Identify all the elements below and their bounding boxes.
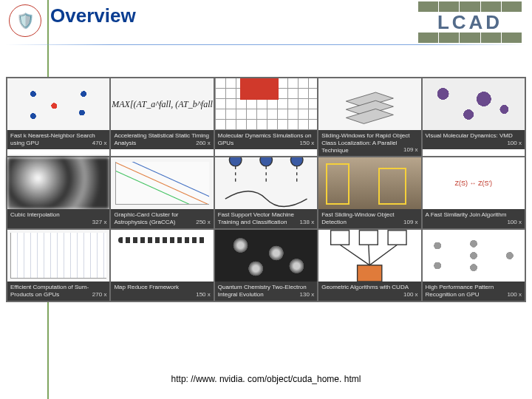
card-caption: Fast Support Vector Machine Training and… <box>215 209 317 228</box>
card-caption: Visual Molecular Dynamics: VMD100 x <box>423 130 525 149</box>
card: Graphic-Card Cluster for Astrophysics (G… <box>110 157 214 229</box>
card-title: Efficient Computation of Sum-Products on… <box>10 284 89 298</box>
card: Fast k Nearest-Neighbor Search using GPU… <box>7 78 110 157</box>
svg-point-3 <box>229 157 242 166</box>
card-caption: Fast k Nearest-Neighbor Search using GPU… <box>7 130 109 149</box>
svg-point-5 <box>290 157 303 166</box>
card: Quantum Chemistry Two-Electron Integral … <box>214 229 318 301</box>
card-grid: Fast k Nearest-Neighbor Search using GPU… <box>6 77 526 302</box>
thumb-waveform-icon <box>10 233 106 279</box>
card-title: Cubic Interpolation <box>10 211 60 218</box>
card: Z(S) ↔ Z(S′) A Fast Similarity Join Algo… <box>422 157 525 229</box>
card-caption: Quantum Chemistry Two-Electron Integral … <box>215 282 317 301</box>
card-title: Fast Sliding-Window Object Detection <box>321 211 394 225</box>
thumb-mapreduce-icon <box>111 230 213 282</box>
card: Cubic Interpolation327 x <box>7 157 110 229</box>
lab-logo-text: LCAD <box>418 13 522 32</box>
card-title: Geometric Algorithms with CUDA <box>321 284 409 290</box>
svg-rect-9 <box>358 265 382 281</box>
card-caption: Molecular Dynamics Simulations on GPUs15… <box>215 130 317 149</box>
card-caption: Efficient Computation of Sum-Products on… <box>7 282 109 301</box>
card: Molecular Dynamics Simulations on GPUs15… <box>214 78 318 157</box>
thumb-planes-icon <box>318 78 420 130</box>
header-rule <box>6 44 526 45</box>
footer-url: http: //www. nvidia. com/object/cuda_hom… <box>0 374 532 384</box>
card-caption: Cubic Interpolation327 x <box>7 209 109 228</box>
svg-rect-6 <box>331 230 349 244</box>
speedup-badge: 109 x <box>403 146 418 154</box>
speedup-badge: 270 x <box>92 291 107 299</box>
card: Visual Molecular Dynamics: VMD100 x <box>422 78 525 157</box>
thumb-spheres-icon <box>215 230 317 282</box>
speedup-badge: 100 x <box>507 291 522 299</box>
card-caption: A Fast Similarity Join Algorithm100 x <box>423 209 525 228</box>
card: Sliding-Windows for Rapid Object Class L… <box>318 78 421 157</box>
card-caption: Map Reduce Framework150 x <box>111 282 213 301</box>
card-caption: Sliding-Windows for Rapid Object Class L… <box>318 130 420 156</box>
crest-icon: 🛡️ <box>9 4 41 37</box>
card-title: High Performance Pattern Recognition on … <box>426 284 494 298</box>
card: Fast Support Vector Machine Training and… <box>214 157 318 229</box>
thumb-neuralnet-icon <box>423 230 525 282</box>
speedup-badge: 150 x <box>196 291 211 299</box>
speedup-badge: 109 x <box>403 219 418 226</box>
card-title: Quantum Chemistry Two-Electron Integral … <box>218 284 307 298</box>
card-title: Fast Support Vector Machine Training and… <box>218 211 294 225</box>
card-caption: High Performance Pattern Recognition on … <box>423 282 525 301</box>
card-caption: Accelerating Statistical Static Timing A… <box>111 130 213 149</box>
lab-logo: LCAD <box>418 1 522 43</box>
speedup-badge: 100 x <box>507 219 522 226</box>
thumb-lineplot-icon <box>115 162 208 205</box>
card: Map Reduce Framework150 x <box>110 229 214 301</box>
card: MAX[(AT_a^fall, (AT_b^fall Accelerating … <box>110 78 214 157</box>
card-title: Accelerating Statistical Static Timing A… <box>114 132 209 146</box>
speedup-badge: 327 x <box>92 219 107 226</box>
card-title: Molecular Dynamics Simulations on GPUs <box>218 132 312 146</box>
svg-point-4 <box>260 157 273 166</box>
speedup-badge: 138 x <box>300 219 315 226</box>
card-caption: Geometric Algorithms with CUDA100 x <box>318 282 420 301</box>
speedup-badge: 130 x <box>300 291 315 299</box>
thumb-geometry-icon <box>318 230 420 282</box>
thumb-svm-icon <box>215 157 317 209</box>
card: High Performance Pattern Recognition on … <box>422 229 525 301</box>
thumb-formula-icon: MAX[(AT_a^fall, (AT_b^fall <box>111 78 213 130</box>
logo-strip-top <box>418 1 522 12</box>
thumb-detection-icon <box>318 157 420 209</box>
card-title: Map Reduce Framework <box>114 284 179 290</box>
speedup-badge: 150 x <box>300 140 315 147</box>
speedup-badge: 250 x <box>196 219 211 226</box>
svg-rect-7 <box>360 230 378 244</box>
thumb-join-icon: Z(S) ↔ Z(S′) <box>423 157 525 209</box>
slide-header: 🛡️ Overview LCAD <box>0 0 532 41</box>
card-caption: Graphic-Card Cluster for Astrophysics (G… <box>111 209 213 228</box>
card-title: Graphic-Card Cluster for Astrophysics (G… <box>114 211 178 225</box>
card: Efficient Computation of Sum-Products on… <box>7 229 110 301</box>
card-title: Fast k Nearest-Neighbor Search using GPU <box>10 132 95 146</box>
svg-rect-8 <box>388 230 406 244</box>
card: Fast Sliding-Window Object Detection109 … <box>318 157 421 229</box>
speedup-badge: 100 x <box>507 140 522 147</box>
thumb-blur-icon <box>7 157 109 209</box>
speedup-badge: 100 x <box>403 291 418 299</box>
speedup-badge: 260 x <box>196 140 211 147</box>
page-title: Overview <box>50 4 136 27</box>
thumb-scatter-icon <box>7 78 109 130</box>
logo-strip-bottom <box>418 33 522 43</box>
speedup-badge: 470 x <box>92 140 107 147</box>
card-caption: Fast Sliding-Window Object Detection109 … <box>318 209 420 228</box>
card: Geometric Algorithms with CUDA100 x <box>318 229 421 301</box>
card-title: Sliding-Windows for Rapid Object Class L… <box>321 132 409 154</box>
thumb-molecule-icon <box>423 78 525 130</box>
thumb-grid-icon <box>215 78 317 130</box>
card-title: A Fast Similarity Join Algorithm <box>426 211 507 218</box>
card-title: Visual Molecular Dynamics: VMD <box>426 132 513 139</box>
